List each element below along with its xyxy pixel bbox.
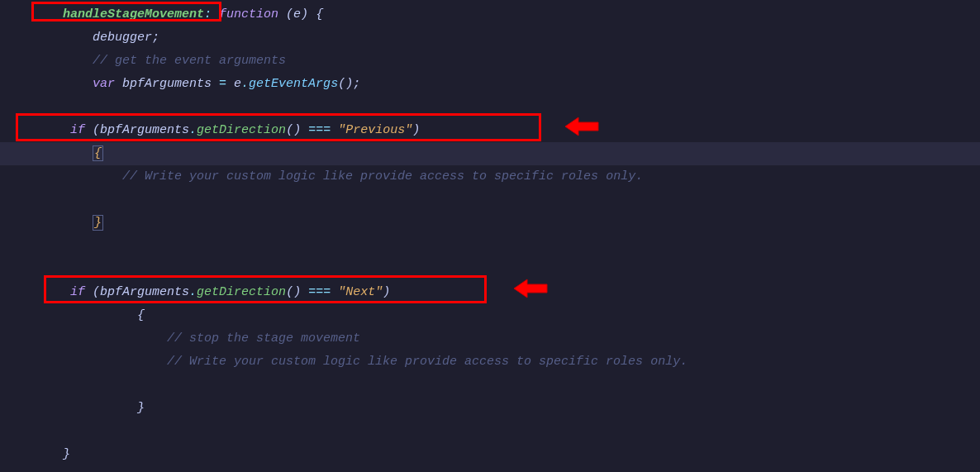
indent <box>33 123 70 137</box>
indent <box>33 331 167 346</box>
operator-eq: === <box>301 123 338 137</box>
semi: ; <box>152 31 159 45</box>
rparen: ) <box>383 285 390 299</box>
indent <box>33 285 70 299</box>
code-line-13[interactable]: } <box>0 397 980 420</box>
parens: () <box>338 77 353 91</box>
code-editor[interactable]: handleStageMovement: function (e) { debu… <box>0 0 980 470</box>
text-cursor <box>103 145 104 160</box>
code-line-1[interactable]: handleStageMovement: function (e) { <box>0 3 980 26</box>
code-line-10[interactable]: { <box>0 304 980 327</box>
keyword-if: if <box>70 123 93 137</box>
identifier: bpfArguments <box>100 285 189 299</box>
brace-close: } <box>63 447 70 461</box>
brace-open: { <box>316 7 323 21</box>
comment-text: // stop the stage movement <box>167 331 360 346</box>
operator-eq: === <box>301 285 338 299</box>
dot: . <box>241 77 249 91</box>
dot: . <box>189 285 197 299</box>
rparen: ) <box>301 7 316 21</box>
indent <box>33 308 137 322</box>
code-line-3[interactable]: // get the event arguments <box>0 50 980 73</box>
identifier: bpfArguments <box>100 123 189 137</box>
keyword-function: function <box>219 7 278 21</box>
indent <box>33 216 93 230</box>
code-line-4[interactable]: var bpfArguments = e.getEventArgs(); <box>0 73 980 96</box>
keyword-if: if <box>70 285 93 299</box>
identifier: bpfArguments <box>122 77 212 91</box>
code-line-2[interactable]: debugger; <box>0 26 980 50</box>
brace-open: { <box>137 308 145 322</box>
param-e: e <box>293 7 301 21</box>
method-call: getDirection <box>197 285 286 299</box>
comment-text: // Write your custom logic like provide … <box>167 355 687 369</box>
code-line-blank-4[interactable] <box>0 258 980 281</box>
indent <box>33 31 93 45</box>
indent <box>33 7 63 21</box>
equals: = <box>212 77 234 91</box>
code-line-11[interactable]: // stop the stage movement <box>0 327 980 350</box>
indent <box>33 146 93 160</box>
indent <box>33 169 122 184</box>
rparen: ) <box>412 123 420 137</box>
code-line-5[interactable]: if (bpfArguments.getDirection() === "Pre… <box>0 119 980 142</box>
dot: . <box>189 123 197 137</box>
string-literal: "Next" <box>338 285 383 299</box>
comment-text: // Write your custom logic like provide … <box>122 169 643 184</box>
brace-close: } <box>137 401 145 415</box>
indent <box>33 401 137 415</box>
code-line-6-active[interactable]: { <box>0 142 980 165</box>
function-name: handleStageMovement <box>63 7 204 21</box>
code-line-blank-3[interactable] <box>0 235 980 258</box>
code-line-blank-1[interactable] <box>0 96 980 119</box>
brace-open-matched: { <box>93 145 103 161</box>
code-line-blank-5[interactable] <box>0 374 980 397</box>
indent <box>33 77 93 91</box>
method-call: getDirection <box>197 123 286 137</box>
object-e: e <box>234 77 241 91</box>
brace-close-matched: } <box>93 215 103 231</box>
method-call: getEventArgs <box>249 77 338 91</box>
lparen: ( <box>93 123 100 137</box>
parens: () <box>286 285 301 299</box>
lparen: ( <box>278 7 293 21</box>
code-line-9[interactable]: if (bpfArguments.getDirection() === "Nex… <box>0 281 980 304</box>
parens: () <box>286 123 301 137</box>
colon: : <box>204 7 219 21</box>
code-line-blank-6[interactable] <box>0 420 980 443</box>
comment-text: // get the event arguments <box>93 54 286 68</box>
code-line-14[interactable]: } <box>0 443 980 466</box>
indent <box>33 447 63 461</box>
debugger-keyword: debugger <box>93 31 152 45</box>
code-line-blank-2[interactable] <box>0 188 980 212</box>
code-line-8[interactable]: } <box>0 212 980 235</box>
semi: ; <box>353 77 360 91</box>
indent <box>33 54 93 68</box>
keyword-var: var <box>93 77 122 91</box>
string-literal: "Previous" <box>338 123 412 137</box>
code-line-12[interactable]: // Write your custom logic like provide … <box>0 350 980 374</box>
code-line-7[interactable]: // Write your custom logic like provide … <box>0 165 980 188</box>
indent <box>33 355 167 369</box>
lparen: ( <box>93 285 100 299</box>
